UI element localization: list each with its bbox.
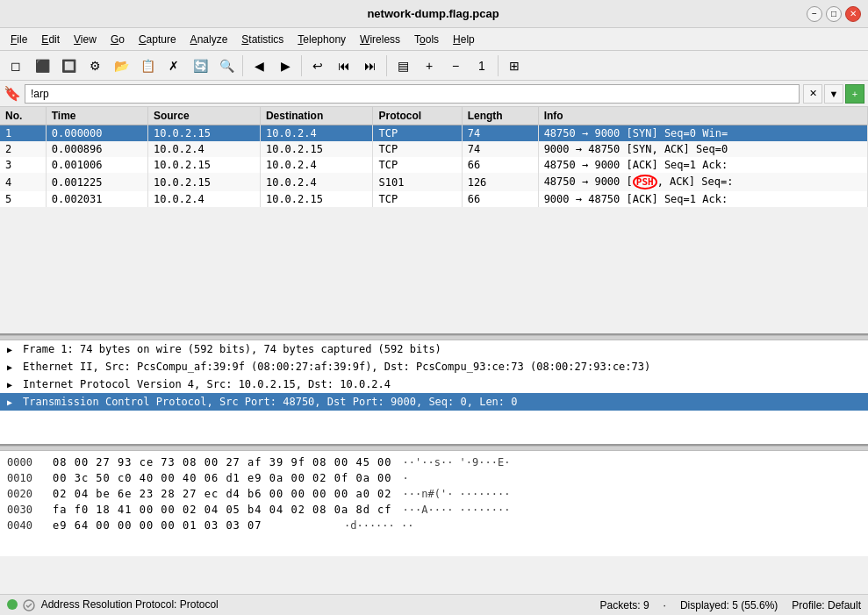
col-time[interactable]: Time [46, 107, 147, 125]
tree-item-label: Internet Protocol Version 4, Src: 10.0.2… [23, 378, 391, 390]
cell-dest: 10.0.2.4 [260, 173, 373, 191]
hex-bytes: fa f0 18 41 00 00 02 04 05 b4 04 02 08 0… [53, 502, 392, 518]
toolbar-open-file[interactable]: 📂 [109, 54, 133, 78]
toolbar-colorize[interactable]: ▤ [391, 54, 415, 78]
menu-go[interactable]: Go [104, 32, 132, 47]
table-row[interactable]: 1 0.000000 10.0.2.15 10.0.2.4 TCP 74 487… [0, 125, 868, 142]
menu-view[interactable]: View [67, 32, 104, 47]
tree-arrow: ▶ [7, 397, 19, 407]
toolbar-close2[interactable]: ✗ [161, 54, 186, 78]
toolbar-save[interactable]: 📋 [135, 54, 160, 78]
toolbar-reload[interactable]: 🔄 [188, 54, 212, 78]
cell-length: 66 [462, 191, 538, 207]
toolbar-layout[interactable]: ⊞ [502, 54, 527, 78]
tree-item[interactable]: ▶Internet Protocol Version 4, Src: 10.0.… [0, 375, 868, 393]
hex-row: 0030 fa f0 18 41 00 00 02 04 05 b4 04 02… [7, 502, 861, 518]
hex-bytes: 00 3c 50 c0 40 00 40 06 d1 e9 0a 00 02 0… [53, 470, 392, 486]
status-bar: Address Resolution Protocol: Protocol Pa… [0, 594, 868, 615]
table-row[interactable]: 4 0.001225 10.0.2.15 10.0.2.4 S101 126 4… [0, 173, 868, 191]
toolbar-zoom-reset[interactable]: 1 [470, 54, 494, 78]
toolbar-back[interactable]: ◀ [247, 54, 271, 78]
filter-input[interactable] [25, 84, 800, 104]
minimize-button[interactable]: − [807, 6, 822, 22]
toolbar-zoom-out[interactable]: − [443, 54, 468, 78]
hex-offset: 0010 [7, 470, 42, 486]
col-destination[interactable]: Destination [260, 107, 373, 125]
toolbar-last[interactable]: ⏭ [358, 54, 383, 78]
cell-no: 1 [0, 125, 46, 142]
filter-clear[interactable]: ✕ [803, 84, 822, 104]
cell-source: 10.0.2.4 [147, 141, 260, 157]
profile: Profile: Default [792, 599, 861, 611]
toolbar-settings[interactable]: ⚙ [82, 54, 107, 78]
toolbar-new[interactable]: ◻ [4, 54, 28, 78]
hex-ascii: ···n#('· ········ [403, 486, 511, 502]
tree-item[interactable]: ▶Transmission Control Protocol, Src Port… [0, 393, 868, 411]
filter-add[interactable]: + [845, 84, 864, 104]
menu-edit[interactable]: Edit [34, 32, 67, 47]
toolbar-undo[interactable]: ↩ [305, 54, 330, 78]
col-source[interactable]: Source [147, 107, 260, 125]
table-row[interactable]: 3 0.001006 10.0.2.15 10.0.2.4 TCP 66 487… [0, 157, 868, 173]
hex-offset: 0000 [7, 454, 42, 470]
toolbar-forward[interactable]: ▶ [273, 54, 298, 78]
cell-source: 10.0.2.15 [147, 157, 260, 173]
tree-item[interactable]: ▶Ethernet II, Src: PcsCompu_af:39:9f (08… [0, 358, 868, 375]
menu-capture[interactable]: Capture [132, 32, 183, 47]
cell-no: 5 [0, 191, 46, 207]
menu-telephony[interactable]: Telephony [291, 32, 353, 47]
window-controls[interactable]: − □ ✕ [807, 6, 861, 22]
status-right: Packets: 9 · Displayed: 5 (55.6%) Profil… [600, 599, 861, 611]
filter-actions: ✕ ▼ + [803, 84, 864, 104]
table-row[interactable]: 2 0.000896 10.0.2.4 10.0.2.15 TCP 74 900… [0, 141, 868, 157]
table-row[interactable]: 5 0.002031 10.0.2.4 10.0.2.15 TCP 66 900… [0, 191, 868, 207]
filter-dropdown[interactable]: ▼ [824, 84, 843, 104]
cell-proto: TCP [373, 191, 462, 207]
tree-arrow: ▶ [7, 345, 19, 354]
col-protocol[interactable]: Protocol [373, 107, 462, 125]
tree-item[interactable]: ▶Frame 1: 74 bytes on wire (592 bits), 7… [0, 340, 868, 358]
menu-tools[interactable]: Tools [407, 32, 446, 47]
hex-offset: 0030 [7, 502, 42, 518]
cell-time: 0.001006 [46, 157, 147, 173]
hex-pane[interactable]: 0000 08 00 27 93 ce 73 08 00 27 af 39 9f… [0, 451, 868, 556]
status-protocol: Address Resolution Protocol: Protocol [23, 598, 219, 611]
toolbar-search[interactable]: 🔍 [214, 54, 239, 78]
cell-length: 126 [462, 173, 538, 191]
hex-offset: 0020 [7, 486, 42, 502]
toolbar-zoom-in[interactable]: + [417, 54, 441, 78]
packet-list[interactable]: No. Time Source Destination Protocol Len… [0, 107, 868, 335]
maximize-button[interactable]: □ [826, 6, 842, 22]
menu-statistics[interactable]: Statistics [234, 32, 291, 47]
toolbar-open[interactable]: ⬛ [30, 54, 54, 78]
hex-bytes: e9 64 00 00 00 00 01 03 03 07 [53, 518, 334, 533]
detail-pane[interactable]: ▶Frame 1: 74 bytes on wire (592 bits), 7… [0, 340, 868, 446]
hex-ascii: ·d······ ·· [344, 518, 413, 533]
menu-help[interactable]: Help [446, 32, 482, 47]
packet-table: No. Time Source Destination Protocol Len… [0, 107, 868, 207]
cell-length: 74 [462, 125, 538, 142]
hex-offset: 0040 [7, 518, 42, 533]
col-length[interactable]: Length [462, 107, 538, 125]
close-button[interactable]: ✕ [845, 6, 861, 22]
cell-proto: S101 [373, 173, 462, 191]
menu-analyze[interactable]: Analyze [183, 32, 235, 47]
table-header-row: No. Time Source Destination Protocol Len… [0, 107, 868, 125]
protocol-text: Address Resolution Protocol: Protocol [41, 598, 219, 611]
col-no[interactable]: No. [0, 107, 46, 125]
cell-dest: 10.0.2.15 [260, 141, 373, 157]
main-content: No. Time Source Destination Protocol Len… [0, 107, 868, 594]
cell-no: 2 [0, 141, 46, 157]
hex-row: 0000 08 00 27 93 ce 73 08 00 27 af 39 9f… [7, 454, 861, 470]
col-info[interactable]: Info [538, 107, 867, 125]
toolbar-close[interactable]: 🔲 [56, 54, 81, 78]
cell-info: 48750 → 9000 [ACK] Seq=1 Ack: [538, 157, 867, 173]
hex-bytes: 08 00 27 93 ce 73 08 00 27 af 39 9f 08 0… [53, 454, 392, 470]
cell-source: 10.0.2.15 [147, 173, 260, 191]
menu-wireless[interactable]: Wireless [353, 32, 407, 47]
toolbar-first[interactable]: ⏮ [332, 54, 356, 78]
menu-file[interactable]: File [4, 32, 34, 47]
cell-proto: TCP [373, 141, 462, 157]
hex-ascii: ··'··s·· '·9···E· [403, 454, 511, 470]
packet-tbody: 1 0.000000 10.0.2.15 10.0.2.4 TCP 74 487… [0, 125, 868, 208]
